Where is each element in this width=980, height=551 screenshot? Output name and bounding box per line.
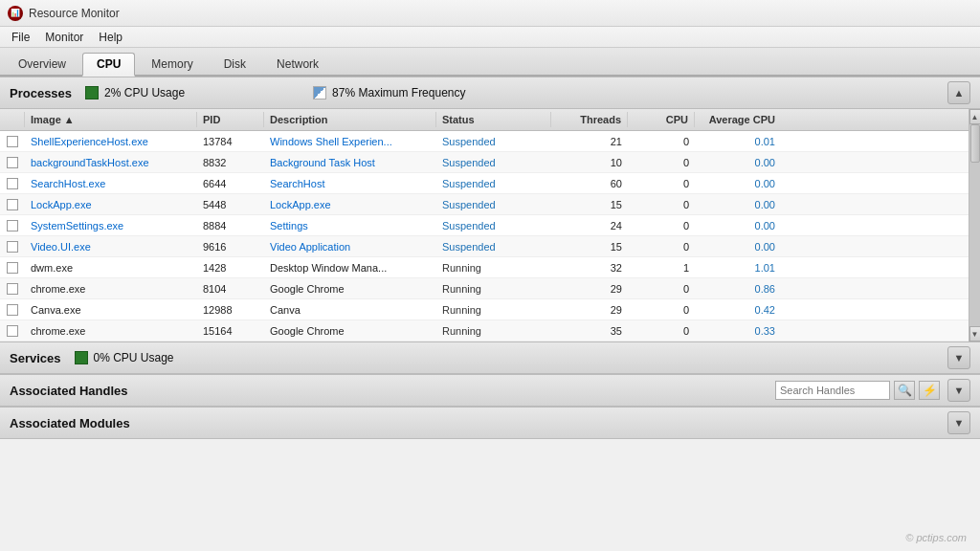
row-image[interactable]: chrome.exe xyxy=(25,282,197,296)
col-image[interactable]: Image ▲ xyxy=(25,112,197,127)
row-checkbox[interactable] xyxy=(7,325,18,337)
modules-collapse-button[interactable]: ▼ xyxy=(947,411,970,434)
col-description[interactable]: Description xyxy=(264,112,436,127)
scroll-up-button[interactable]: ▲ xyxy=(969,109,981,124)
row-description: Google Chrome xyxy=(264,282,436,296)
row-image[interactable]: dwm.exe xyxy=(25,261,197,275)
row-avgcpu: 1.01 xyxy=(695,261,781,275)
table-row[interactable]: ShellExperienceHost.exe 13784 Windows Sh… xyxy=(0,131,969,152)
menu-monitor[interactable]: Monitor xyxy=(37,29,91,46)
row-avgcpu: 0.01 xyxy=(695,135,781,148)
row-checkbox-cell xyxy=(0,303,25,317)
row-checkbox[interactable] xyxy=(7,157,18,168)
refresh-handles-button[interactable]: ⚡ xyxy=(919,381,940,400)
scroll-track[interactable] xyxy=(969,124,980,326)
watermark: © pctips.com xyxy=(905,532,967,543)
row-threads: 35 xyxy=(551,324,628,338)
col-status[interactable]: Status xyxy=(436,112,551,127)
row-image[interactable]: Canva.exe xyxy=(25,303,197,317)
row-threads: 15 xyxy=(551,240,628,253)
row-checkbox[interactable] xyxy=(7,241,18,253)
handles-section-header[interactable]: Associated Handles 🔍 ⚡ ▼ xyxy=(0,374,980,407)
app-icon: 📊 xyxy=(8,6,23,21)
row-image[interactable]: SystemSettings.exe xyxy=(25,219,197,232)
row-checkbox[interactable] xyxy=(7,199,18,210)
row-description: Settings xyxy=(264,219,436,232)
modules-section-header[interactable]: Associated Modules ▼ xyxy=(0,407,980,439)
row-avgcpu: 0.42 xyxy=(695,303,781,317)
services-collapse-button[interactable]: ▼ xyxy=(947,346,970,369)
processes-scrollbar[interactable]: ▲ ▼ xyxy=(969,109,980,342)
scroll-down-button[interactable]: ▼ xyxy=(969,326,981,342)
row-checkbox[interactable] xyxy=(7,283,18,295)
row-threads: 29 xyxy=(551,303,628,317)
row-threads: 21 xyxy=(551,135,628,148)
table-row[interactable]: Canva.exe 12988 Canva Running 29 0 0.42 xyxy=(0,299,969,320)
row-cpu: 0 xyxy=(628,156,695,169)
tab-network[interactable]: Network xyxy=(262,53,333,75)
scroll-thumb[interactable] xyxy=(970,124,980,163)
table-row[interactable]: LockApp.exe 5448 LockApp.exe Suspended 1… xyxy=(0,194,969,215)
menu-file[interactable]: File xyxy=(4,29,37,46)
row-avgcpu: 0.00 xyxy=(695,177,781,190)
table-row[interactable]: Video.UI.exe 9616 Video Application Susp… xyxy=(0,236,969,257)
row-image[interactable]: ShellExperienceHost.exe xyxy=(25,135,197,148)
col-pid[interactable]: PID xyxy=(197,112,264,127)
row-pid: 12988 xyxy=(197,303,264,317)
table-row[interactable]: chrome.exe 8104 Google Chrome Running 29… xyxy=(0,278,969,299)
processes-label: Processes xyxy=(10,86,72,100)
row-pid: 8104 xyxy=(197,282,264,296)
tab-overview[interactable]: Overview xyxy=(4,53,80,75)
row-pid: 15164 xyxy=(197,324,264,338)
menu-bar: File Monitor Help xyxy=(0,27,980,48)
table-row[interactable]: backgroundTaskHost.exe 8832 Background T… xyxy=(0,152,969,173)
row-image[interactable]: chrome.exe xyxy=(25,324,197,338)
row-status: Suspended xyxy=(436,135,551,148)
row-avgcpu: 0.00 xyxy=(695,219,781,232)
handles-collapse-button[interactable]: ▼ xyxy=(947,379,970,402)
row-checkbox[interactable] xyxy=(7,262,18,274)
row-threads: 15 xyxy=(551,198,628,211)
row-checkbox[interactable] xyxy=(7,178,18,189)
row-image[interactable]: SearchHost.exe xyxy=(25,177,197,190)
table-row[interactable]: dwm.exe 1428 Desktop Window Mana... Runn… xyxy=(0,257,969,278)
table-row[interactable]: SearchHost.exe 6644 SearchHost Suspended… xyxy=(0,173,969,194)
row-checkbox[interactable] xyxy=(7,220,18,231)
search-handles-button[interactable]: 🔍 xyxy=(894,381,915,400)
col-cpu[interactable]: CPU xyxy=(628,112,695,127)
row-image[interactable]: backgroundTaskHost.exe xyxy=(25,156,197,169)
processes-section-header[interactable]: Processes 2% CPU Usage 87% Maximum Frequ… xyxy=(0,77,980,109)
row-image[interactable]: Video.UI.exe xyxy=(25,240,197,253)
row-avgcpu: 0.33 xyxy=(695,324,781,338)
menu-help[interactable]: Help xyxy=(91,29,130,46)
cpu-usage-indicator xyxy=(85,86,99,99)
row-checkbox[interactable] xyxy=(7,304,18,316)
tab-memory[interactable]: Memory xyxy=(137,53,207,75)
processes-table-body: ShellExperienceHost.exe 13784 Windows Sh… xyxy=(0,131,969,342)
row-checkbox-cell xyxy=(0,156,25,169)
cpu-usage-text: 2% CPU Usage xyxy=(104,86,185,99)
tab-cpu[interactable]: CPU xyxy=(82,53,135,77)
processes-collapse-button[interactable]: ▲ xyxy=(947,81,970,104)
search-handles-input[interactable] xyxy=(775,381,890,400)
row-pid: 8884 xyxy=(197,219,264,232)
row-description: Canva xyxy=(264,303,436,317)
table-row[interactable]: SystemSettings.exe 8884 Settings Suspend… xyxy=(0,215,969,236)
tab-bar: Overview CPU Memory Disk Network xyxy=(0,48,980,77)
table-row[interactable]: chrome.exe 15164 Google Chrome Running 3… xyxy=(0,320,969,342)
row-threads: 29 xyxy=(551,282,628,296)
row-image[interactable]: LockApp.exe xyxy=(25,198,197,211)
row-avgcpu: 0.00 xyxy=(695,240,781,253)
row-checkbox[interactable] xyxy=(7,136,18,147)
main-content: Processes 2% CPU Usage 87% Maximum Frequ… xyxy=(0,77,980,551)
row-description: Desktop Window Mana... xyxy=(264,261,436,275)
col-avgcpu[interactable]: Average CPU xyxy=(695,112,781,127)
row-pid: 5448 xyxy=(197,198,264,211)
row-pid: 8832 xyxy=(197,156,264,169)
services-section-header[interactable]: Services 0% CPU Usage ▼ xyxy=(0,342,980,374)
row-cpu: 0 xyxy=(628,282,695,296)
row-status: Suspended xyxy=(436,198,551,211)
tab-disk[interactable]: Disk xyxy=(210,53,260,75)
col-threads[interactable]: Threads xyxy=(551,112,628,127)
row-pid: 1428 xyxy=(197,261,264,275)
